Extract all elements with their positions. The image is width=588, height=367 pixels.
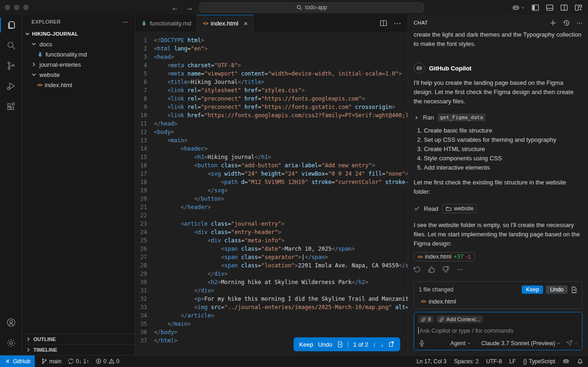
toggle-panel-button[interactable] (546, 4, 554, 12)
chat-text-input[interactable]: Ask Copilot or type / for commands (418, 327, 578, 334)
code-line-9[interactable]: 9 <link rel="preconnect" href="https://f… (135, 103, 408, 111)
remote-indicator[interactable]: GitHub (0, 355, 35, 367)
code-line-3[interactable]: 3<head> (135, 53, 408, 61)
code-line-30[interactable]: 30 <h2>Morning hike at Skyline Wildernes… (135, 278, 408, 286)
code-line-17[interactable]: 17 <svg width="24" height="24" viewBox="… (135, 170, 408, 178)
maximize-window-button[interactable] (23, 5, 29, 10)
code-line-4[interactable]: 4 <meta charset="UTF-8"> (135, 61, 408, 70)
code-line-5[interactable]: 5 <meta name="viewport" content="width=d… (135, 70, 408, 78)
problems-indicator[interactable]: 0 0 (96, 358, 119, 365)
window-controls[interactable] (5, 5, 29, 10)
close-window-button[interactable] (5, 5, 10, 10)
retry-button[interactable] (414, 266, 421, 273)
run-debug-activity-button[interactable] (0, 76, 22, 96)
send-button[interactable] (566, 340, 578, 347)
back-button[interactable]: ← (172, 4, 179, 12)
explorer-activity-button[interactable] (0, 15, 22, 35)
chat-message-list[interactable]: css files. Use the Theme variable collec… (408, 31, 588, 279)
attachments-chip[interactable]: 8 (418, 316, 434, 323)
code-line-1[interactable]: 1<!DOCTYPE html> (135, 36, 408, 44)
accounts-button[interactable] (0, 312, 22, 333)
code-line-19[interactable]: 19 </svg> (135, 186, 408, 195)
code-line-14[interactable]: 14 <header> (135, 145, 408, 153)
view-changes-icon[interactable] (570, 286, 577, 293)
read-target-chip[interactable]: website (442, 204, 477, 213)
code-line-11[interactable]: 11</head> (135, 120, 408, 128)
keep-button[interactable]: Keep (299, 341, 313, 348)
close-tab-button[interactable]: × (244, 20, 248, 27)
code-line-26[interactable]: 26 <span class="date">March 10, 2025</sp… (135, 245, 408, 253)
code-line-28[interactable]: 28 <span class="location">2201 Imola Ave… (135, 261, 408, 270)
explorer-item-functionality-md[interactable]: functionality.md (22, 49, 135, 59)
tool-read-row[interactable]: Read website (414, 204, 582, 213)
encoding-indicator[interactable]: UTF-8 (486, 358, 502, 365)
copilot-menu-button[interactable] (512, 4, 525, 12)
code-line-36[interactable]: 36</body> (135, 328, 408, 336)
code-line-22[interactable]: 22 (135, 211, 408, 220)
code-line-31[interactable]: 31 </div> (135, 286, 408, 295)
code-line-21[interactable]: 21 </header> (135, 203, 408, 211)
source-control-activity-button[interactable] (0, 56, 22, 76)
previous-change-button[interactable]: ↑ (373, 341, 376, 348)
forward-button[interactable]: → (186, 4, 193, 12)
chat-more-actions-button[interactable]: ⋯ (576, 19, 582, 26)
code-line-25[interactable]: 25 <div class="meta-info"> (135, 236, 408, 245)
microphone-button[interactable] (418, 340, 425, 347)
toggle-secondary-sidebar-button[interactable] (560, 4, 568, 12)
split-editor-button[interactable] (380, 19, 387, 27)
code-line-18[interactable]: 18 <path d="M12 5V19M5 12H19" stroke="cu… (135, 178, 408, 186)
sync-indicator[interactable]: 0↓ 1↑ (68, 358, 89, 365)
thumbs-down-button[interactable] (442, 266, 449, 273)
agent-mode-dropdown[interactable]: Agent (450, 340, 471, 347)
settings-button[interactable] (0, 333, 22, 353)
toggle-primary-sidebar-button[interactable] (531, 4, 539, 12)
add-context-button[interactable]: Add Context... (436, 316, 483, 323)
outline-section[interactable]: OUTLINE (22, 334, 135, 344)
code-line-24[interactable]: 24 <div class="entry-header"> (135, 228, 408, 236)
thumbs-up-button[interactable] (428, 266, 435, 273)
new-chat-button[interactable] (550, 19, 556, 26)
code-line-29[interactable]: 29 </div> (135, 270, 408, 278)
tab-functionality-md[interactable]: functionality.md (135, 15, 197, 32)
code-editor[interactable]: 1<!DOCTYPE html>2<html lang="en">3<head>… (135, 32, 408, 345)
explorer-item-website[interactable]: website (22, 70, 135, 80)
changed-file-chip[interactable]: <> index.html +37 -1 (414, 252, 475, 261)
timeline-section[interactable]: TIMELINE (22, 344, 135, 355)
code-line-16[interactable]: 16 <button class="add-button" aria-label… (135, 161, 408, 170)
editor-more-actions-button[interactable]: ⋯ (394, 19, 401, 28)
branch-indicator[interactable]: main (41, 358, 61, 365)
explorer-item-index-html[interactable]: <>index.html (22, 80, 135, 90)
code-line-15[interactable]: 15 <h1>Hiking journal</h1> (135, 153, 408, 161)
code-line-12[interactable]: 12<body> (135, 128, 408, 136)
cursor-position-indicator[interactable]: Ln 17, Col 3 (416, 358, 447, 365)
eol-indicator[interactable]: LF (509, 358, 516, 365)
code-line-10[interactable]: 10 <link href="https://fonts.googleapis.… (135, 111, 408, 120)
explorer-item-journal-enteries[interactable]: journal-enteries (22, 59, 135, 70)
code-line-34[interactable]: 34 </article> (135, 311, 408, 320)
model-picker-dropdown[interactable]: Claude 3.7 Sonnet (Preview) (481, 340, 561, 347)
code-line-35[interactable]: 35 </main> (135, 320, 408, 328)
code-line-27[interactable]: 27 <span class="separator">|</span> (135, 253, 408, 261)
tab-index-html[interactable]: <> index.html × (197, 15, 254, 32)
code-line-13[interactable]: 13 <main> (135, 136, 408, 145)
explorer-item-docs[interactable]: docs (22, 39, 135, 49)
code-line-23[interactable]: 23 <article class="journal-entry"> (135, 220, 408, 228)
code-line-2[interactable]: 2<html lang="en"> (135, 44, 408, 53)
changed-file-row[interactable]: <> index.html (419, 298, 577, 305)
explorer-more-actions-button[interactable]: ⋯ (122, 19, 128, 25)
indentation-indicator[interactable]: Spaces: 2 (454, 358, 479, 365)
open-diff-icon[interactable] (388, 341, 395, 348)
copilot-status-button[interactable] (562, 358, 569, 365)
chat-input-box[interactable]: 8 Add Context... Ask Copilot or type / f… (414, 312, 582, 350)
open-changes-file-icon[interactable] (337, 341, 343, 348)
code-line-8[interactable]: 8 <link rel="preconnect" href="https://f… (135, 95, 408, 103)
minimize-window-button[interactable] (14, 5, 19, 10)
undo-button[interactable]: Undo (318, 341, 332, 348)
search-activity-button[interactable] (0, 35, 22, 56)
code-line-32[interactable]: 32 <p>For my hike this morning I did the… (135, 295, 408, 303)
explorer-root-folder[interactable]: HIKING-JOURNAL (22, 29, 135, 39)
customize-layout-button[interactable] (575, 4, 582, 12)
notifications-button[interactable] (577, 358, 583, 365)
next-change-button[interactable]: ↓ (381, 341, 384, 348)
keep-all-button[interactable]: Keep (522, 285, 543, 294)
